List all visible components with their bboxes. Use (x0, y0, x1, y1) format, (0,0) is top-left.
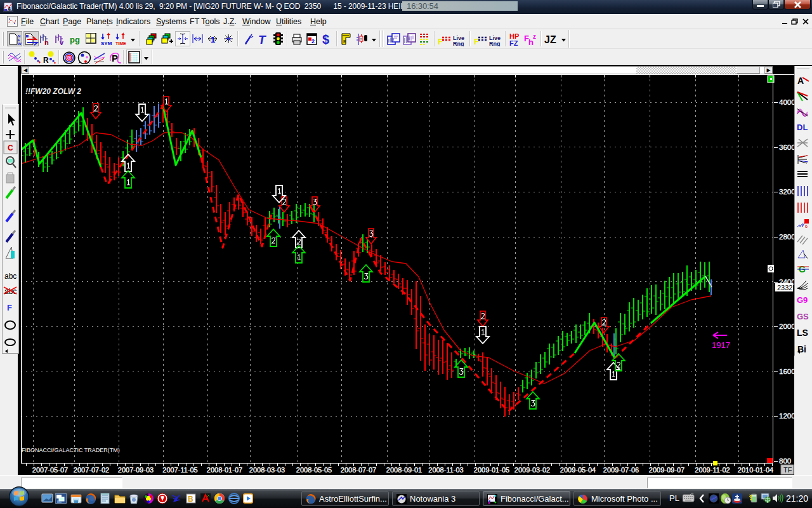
svg-text:2009-07-06: 2009-07-06 (603, 466, 639, 474)
svg-text:2007-09-03: 2007-09-03 (118, 466, 154, 474)
svg-text:2007-11-05: 2007-11-05 (162, 466, 197, 474)
svg-text:3200: 3200 (779, 188, 794, 196)
svg-text:R: R (43, 56, 49, 64)
svg-text:1917: 1917 (712, 340, 730, 350)
svg-text:2009-03-02: 2009-03-02 (514, 466, 550, 474)
svg-text:2: 2 (311, 38, 315, 44)
svg-text:2008-03-03: 2008-03-03 (249, 466, 285, 474)
svg-text:n: n (44, 39, 49, 46)
svg-text:1: 1 (211, 35, 215, 44)
svg-text:pg: pg (70, 35, 80, 44)
svg-text:2009-01-05: 2009-01-05 (474, 466, 509, 474)
svg-text:Rng: Rng (489, 41, 501, 46)
svg-text:Bi: Bi (797, 344, 806, 354)
svg-text:JZ: JZ (544, 34, 556, 45)
svg-text:2008-07-07: 2008-07-07 (341, 466, 376, 474)
svg-text:F: F (7, 303, 12, 312)
svg-text:F: F (474, 37, 479, 46)
svg-text:2008-05-05: 2008-05-05 (296, 466, 332, 474)
svg-text:E: E (343, 39, 346, 44)
svg-text:2008-11-03: 2008-11-03 (428, 466, 463, 474)
svg-text:2008-09-01: 2008-09-01 (386, 466, 422, 474)
svg-text:1600: 1600 (779, 368, 794, 375)
svg-text:800: 800 (779, 457, 791, 465)
svg-text:z: z (533, 33, 536, 40)
svg-text:v: v (60, 39, 64, 46)
svg-text:FZ: FZ (509, 39, 518, 46)
svg-text:LS: LS (797, 328, 808, 338)
svg-text:2007-05-07: 2007-05-07 (32, 466, 68, 474)
svg-text:TIME: TIME (115, 41, 126, 46)
svg-text:DL: DL (797, 123, 808, 132)
svg-text:W: W (18, 42, 22, 46)
svg-text:G9: G9 (797, 295, 808, 305)
svg-text:1200: 1200 (779, 412, 794, 420)
svg-text:GS: GS (797, 312, 809, 321)
svg-text:4: 4 (8, 6, 11, 12)
svg-text:2010-01-04: 2010-01-04 (738, 466, 773, 474)
svg-text:T: T (258, 33, 266, 46)
svg-text:FIBONACCI/GALACTIC TRADER(TM): FIBONACCI/GALACTIC TRADER(TM) (22, 447, 120, 453)
svg-text:C: C (8, 144, 13, 152)
svg-text:abc: abc (4, 272, 16, 281)
svg-text:2009-05-04: 2009-05-04 (560, 466, 596, 474)
svg-text:4000: 4000 (779, 98, 794, 106)
svg-text:3600: 3600 (779, 144, 794, 151)
svg-text:2009-11-02: 2009-11-02 (695, 466, 730, 474)
svg-text:2008-01-07: 2008-01-07 (207, 466, 242, 474)
svg-text:!!FW20 ZOLW 2: !!FW20 ZOLW 2 (25, 87, 81, 96)
svg-text:B: B (188, 495, 193, 504)
svg-text:TF: TF (783, 466, 792, 474)
svg-text:2007-07-02: 2007-07-02 (74, 466, 109, 474)
svg-text:2332: 2332 (777, 284, 792, 291)
svg-text:2800: 2800 (779, 233, 794, 241)
svg-text:2009-09-07: 2009-09-07 (649, 466, 684, 474)
svg-text:F: F (438, 37, 443, 46)
svg-text:$: $ (322, 32, 329, 46)
svg-text:6: 6 (805, 224, 808, 229)
svg-text:Rng: Rng (453, 41, 464, 46)
svg-text:SYM: SYM (101, 41, 112, 46)
svg-text:2000: 2000 (779, 323, 794, 330)
